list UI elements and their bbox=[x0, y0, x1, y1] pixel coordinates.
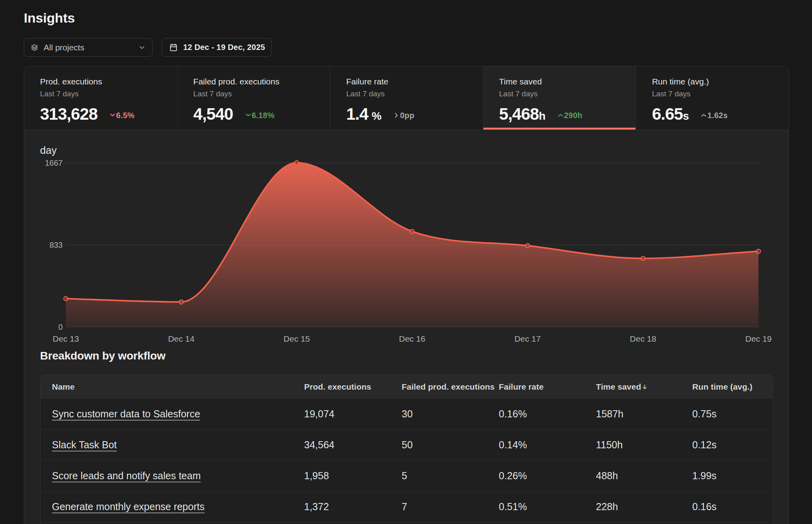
table-row-stub bbox=[40, 522, 773, 524]
data-point bbox=[410, 229, 414, 233]
workflow-name-cell: Generate monthly expense reports bbox=[40, 501, 304, 513]
metric-label: Failure rate bbox=[346, 76, 483, 86]
metric-tab-time-saved[interactable]: Time savedLast 7 days5,468h290h bbox=[483, 66, 636, 130]
metric-sublabel: Last 7 days bbox=[193, 89, 330, 99]
delta-right-icon bbox=[392, 111, 400, 120]
metric-value-row: 6.65s1.62s bbox=[652, 105, 789, 125]
y-axis-label: 833 bbox=[50, 241, 63, 249]
calendar-icon bbox=[169, 43, 178, 52]
run-time-cell: 0.12s bbox=[692, 439, 773, 451]
workflow-name-link[interactable]: Sync customer data to Salesforce bbox=[52, 408, 200, 419]
metric-value-row: 5,468h290h bbox=[499, 105, 636, 125]
delta-up-icon bbox=[556, 111, 564, 120]
prod-executions-cell: 19,074 bbox=[304, 408, 402, 420]
column-header-run_time_avg[interactable]: Run time (avg.) bbox=[692, 382, 773, 392]
table-row: Sync customer data to Salesforce19,07430… bbox=[40, 398, 773, 429]
run-time-cell: 0.75s bbox=[692, 408, 773, 420]
failed-prod-executions-cell: 5 bbox=[402, 470, 499, 482]
metric-tab-prod-executions[interactable]: Prod. executionsLast 7 days313,6286.5% bbox=[24, 66, 177, 130]
metric-sublabel: Last 7 days bbox=[346, 89, 483, 99]
metric-delta-value: 1.62s bbox=[707, 111, 728, 120]
failure-rate-cell: 0.26% bbox=[499, 470, 596, 482]
workflow-name-link[interactable]: Score leads and notify sales team bbox=[52, 470, 201, 481]
delta-down-icon bbox=[244, 111, 252, 120]
data-point bbox=[526, 244, 530, 248]
filters-bar: All projects 12 Dec - 19 Dec, 2025 bbox=[24, 38, 272, 57]
metric-sublabel: Last 7 days bbox=[652, 89, 789, 99]
metric-label: Failed prod. executions bbox=[193, 76, 330, 86]
run-time-cell: 1.99s bbox=[692, 470, 773, 482]
data-point bbox=[64, 296, 68, 300]
workflow-name-cell: Sync customer data to Salesforce bbox=[40, 408, 304, 420]
delta-down-icon bbox=[108, 111, 116, 120]
metric-sublabel: Last 7 days bbox=[499, 89, 636, 99]
failure-rate-cell: 0.51% bbox=[499, 501, 596, 513]
metric-value-row: 313,6286.5% bbox=[40, 105, 177, 123]
column-header-failed_prod_executions[interactable]: Failed prod. executions bbox=[402, 382, 499, 392]
workflow-table: NameProd. executionsFailed prod. executi… bbox=[40, 375, 773, 524]
column-header-name[interactable]: Name bbox=[40, 382, 304, 392]
workflow-name-link[interactable]: Generate monthly expense reports bbox=[52, 501, 205, 512]
metric-label: Run time (avg.) bbox=[652, 76, 789, 86]
metric-value: 5,468h bbox=[499, 105, 546, 125]
table-body: Sync customer data to Salesforce19,07430… bbox=[40, 398, 773, 522]
metric-delta-value: 6.18% bbox=[252, 111, 275, 120]
metric-value: 313,628 bbox=[40, 105, 98, 123]
time-saved-cell: 1587h bbox=[596, 408, 692, 420]
metric-tab-failure-rate[interactable]: Failure rateLast 7 days1.4%0pp bbox=[330, 66, 483, 130]
x-axis-label: Dec 18 bbox=[630, 334, 657, 343]
delta-up-icon bbox=[699, 111, 707, 120]
run-time-cell: 0.16s bbox=[692, 501, 773, 513]
column-header-time_saved[interactable]: Time saved bbox=[596, 382, 692, 392]
date-range-button[interactable]: 12 Dec - 19 Dec, 2025 bbox=[162, 38, 272, 57]
page-title: Insights bbox=[24, 10, 75, 26]
metric-value: 1.4% bbox=[346, 105, 381, 125]
y-axis-label: 1667 bbox=[45, 159, 63, 167]
metric-delta: 0pp bbox=[392, 111, 414, 120]
time-saved-chart: day 16678330Dec 13Dec 14Dec 15Dec 16Dec … bbox=[24, 130, 789, 347]
metric-unit: % bbox=[372, 110, 381, 122]
metric-value: 4,540 bbox=[193, 105, 233, 123]
prod-executions-cell: 1,958 bbox=[304, 470, 402, 482]
metric-unit: h bbox=[539, 110, 546, 122]
failed-prod-executions-cell: 7 bbox=[402, 501, 499, 513]
data-point bbox=[756, 249, 760, 253]
project-filter-value: All projects bbox=[44, 43, 138, 52]
prod-executions-cell: 34,564 bbox=[304, 439, 402, 451]
column-header-failure_rate[interactable]: Failure rate bbox=[499, 382, 596, 392]
metrics-tabs: Prod. executionsLast 7 days313,6286.5%Fa… bbox=[24, 66, 789, 130]
metric-tab-run-time-avg[interactable]: Run time (avg.)Last 7 days6.65s1.62s bbox=[636, 66, 789, 130]
area-chart-svg: 16678330Dec 13Dec 14Dec 15Dec 16Dec 17De… bbox=[24, 130, 789, 347]
workflow-name-cell: Score leads and notify sales team bbox=[40, 470, 304, 482]
time-saved-cell: 228h bbox=[596, 501, 692, 513]
metric-tab-failed-prod-executions[interactable]: Failed prod. executionsLast 7 days4,5406… bbox=[177, 66, 330, 130]
metric-value: 6.65s bbox=[652, 105, 689, 125]
selected-tab-indicator bbox=[483, 128, 636, 130]
metric-delta: 6.18% bbox=[244, 111, 275, 120]
failure-rate-cell: 0.14% bbox=[499, 439, 596, 451]
time-saved-cell: 1150h bbox=[596, 439, 692, 451]
metric-delta-value: 6.5% bbox=[116, 111, 134, 120]
failed-prod-executions-cell: 50 bbox=[402, 439, 499, 451]
metric-value-row: 1.4%0pp bbox=[346, 105, 483, 125]
metric-label: Time saved bbox=[499, 76, 636, 86]
metric-delta: 1.62s bbox=[699, 111, 728, 120]
insights-page: Insights All projects 12 Dec - 19 Dec, 2… bbox=[0, 0, 812, 524]
sort-desc-icon bbox=[641, 383, 648, 390]
column-header-label: Time saved bbox=[596, 382, 641, 392]
project-filter-select[interactable]: All projects bbox=[24, 38, 153, 57]
failure-rate-cell: 0.16% bbox=[499, 408, 596, 420]
date-range-value: 12 Dec - 19 Dec, 2025 bbox=[183, 43, 265, 52]
data-point bbox=[641, 256, 645, 260]
x-axis-label: Dec 13 bbox=[53, 334, 79, 343]
prod-executions-cell: 1,372 bbox=[304, 501, 402, 513]
metric-delta: 290h bbox=[556, 111, 582, 120]
table-row: Slack Task Bot34,564500.14%1150h0.12s bbox=[40, 429, 773, 460]
workflow-name-cell: Slack Task Bot bbox=[40, 439, 304, 451]
column-header-prod_executions[interactable]: Prod. executions bbox=[304, 382, 402, 392]
chevron-down-icon bbox=[138, 44, 146, 52]
failed-prod-executions-cell: 30 bbox=[402, 408, 499, 420]
workflow-name-link[interactable]: Slack Task Bot bbox=[52, 439, 117, 450]
x-axis-label: Dec 15 bbox=[283, 334, 310, 343]
data-point bbox=[295, 161, 299, 165]
